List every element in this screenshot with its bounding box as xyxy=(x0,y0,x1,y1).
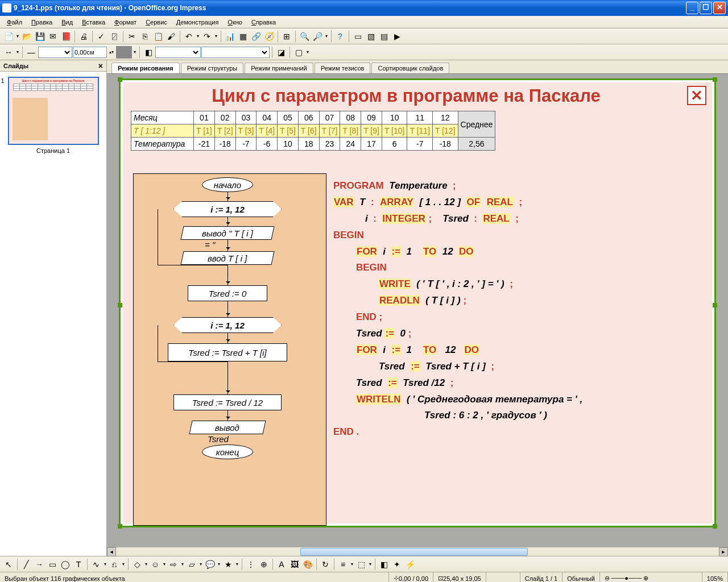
menu-slideshow[interactable]: Демонстрация xyxy=(172,18,224,27)
zoom-icon[interactable]: 🔍 xyxy=(298,30,311,43)
extrusion-icon[interactable]: ◧ xyxy=(378,558,390,571)
arrow-dd[interactable]: ▾ xyxy=(15,46,20,59)
tab-sorter[interactable]: Сортировщик слайдов xyxy=(371,63,449,73)
titlebar: 9_124-1.pps (только для чтения) - OpenOf… xyxy=(0,0,728,16)
menu-view[interactable]: Вид xyxy=(57,18,77,27)
save-icon[interactable]: 💾 xyxy=(34,30,46,43)
line-width-input[interactable] xyxy=(73,47,107,58)
menu-window[interactable]: Окно xyxy=(223,18,247,27)
fontwork-icon[interactable]: A xyxy=(275,558,288,571)
zoom-dd[interactable]: ▾ xyxy=(324,30,329,43)
open-icon[interactable]: 📂 xyxy=(20,30,33,43)
menu-file[interactable]: Файл xyxy=(2,18,27,27)
chart-icon[interactable]: 📊 xyxy=(224,30,236,43)
align-icon[interactable]: ≡ xyxy=(337,558,349,571)
layout-icon[interactable]: ▤ xyxy=(378,30,390,43)
stars-icon[interactable]: ★ xyxy=(222,558,234,571)
interaction-icon[interactable]: ⚡ xyxy=(404,558,416,571)
callout-icon[interactable]: 💬 xyxy=(204,558,216,571)
slides-panel-close-icon[interactable]: × xyxy=(98,61,103,70)
slide-thumbnail[interactable]: Цикл с параметром в программе на Паскале xyxy=(8,77,99,145)
symbol-icon[interactable]: ☺ xyxy=(149,558,162,571)
menu-edit[interactable]: Правка xyxy=(27,18,57,27)
presentation-icon[interactable]: ▶ xyxy=(391,30,403,43)
canvas-scroll[interactable]: Цикл с параметром в программе на Паскале… xyxy=(107,74,728,547)
minimize-button[interactable]: _ xyxy=(686,2,698,14)
layout-dd[interactable]: ▾ xyxy=(305,46,310,59)
fill-style-select[interactable] xyxy=(155,47,201,58)
line-width-spinner[interactable]: ▴▾ xyxy=(107,46,115,59)
horizontal-scrollbar[interactable]: ◄ ► xyxy=(107,547,728,556)
linecolor-dd[interactable]: ▾ xyxy=(133,46,137,59)
animation-icon[interactable]: ✦ xyxy=(391,558,403,571)
arrow-style-icon[interactable]: ↔ xyxy=(2,46,15,59)
line-icon[interactable]: ╱ xyxy=(20,558,32,571)
zoom-dropdown-icon[interactable]: 🔎 xyxy=(311,30,324,43)
slide-canvas[interactable]: Цикл с параметром в программе на Паскале… xyxy=(119,78,716,527)
table-icon[interactable]: ▦ xyxy=(237,30,249,43)
paste-icon[interactable]: 📋 xyxy=(152,30,164,43)
pdf-icon[interactable]: 📕 xyxy=(60,30,72,43)
scroll-right-icon[interactable]: ► xyxy=(719,547,728,556)
layout-btn-icon[interactable]: ▢ xyxy=(292,46,305,59)
spellcheck-icon[interactable]: ✓ xyxy=(95,30,107,43)
help-icon[interactable]: ? xyxy=(334,30,346,43)
redo-icon[interactable]: ↷ xyxy=(201,30,213,43)
text-icon[interactable]: T xyxy=(72,558,85,571)
shadow-icon[interactable]: ◪ xyxy=(275,46,287,59)
menu-format[interactable]: Формат xyxy=(110,18,141,27)
flow-start: начало xyxy=(202,177,253,192)
new-icon[interactable]: 📄 xyxy=(2,30,15,43)
shapes-icon[interactable]: ◇ xyxy=(131,558,143,571)
redo-dropdown[interactable]: ▾ xyxy=(214,30,218,43)
arrow-icon[interactable]: → xyxy=(33,558,46,571)
fill-color-select[interactable] xyxy=(201,47,270,58)
points-icon[interactable]: ⋮ xyxy=(245,558,257,571)
arrange-icon[interactable]: ⬚ xyxy=(355,558,367,571)
new-dropdown[interactable]: ▾ xyxy=(15,30,20,43)
status-zoom[interactable]: 105% xyxy=(702,572,728,582)
flowchart-icon[interactable]: ▱ xyxy=(185,558,198,571)
design-icon[interactable]: ▧ xyxy=(365,30,377,43)
fill-icon[interactable]: ◧ xyxy=(142,46,155,59)
grid-icon[interactable]: ⊞ xyxy=(280,30,293,43)
from-file-icon[interactable]: 🖼 xyxy=(288,558,301,571)
line-style-icon[interactable]: — xyxy=(25,46,38,59)
tab-drawing[interactable]: Режим рисования xyxy=(111,63,180,73)
autospell-icon[interactable]: ⍁ xyxy=(108,30,121,43)
copy-icon[interactable]: ⎘ xyxy=(139,30,151,43)
connector-icon[interactable]: ⎌ xyxy=(108,558,121,571)
undo-icon[interactable]: ↶ xyxy=(183,30,195,43)
cut-icon[interactable]: ✂ xyxy=(126,30,138,43)
line-color-icon[interactable] xyxy=(116,46,132,59)
menu-insert[interactable]: Вставка xyxy=(77,18,110,27)
status-zoom-slider[interactable]: ⊖ ───●─── ⊕ xyxy=(600,572,702,582)
ellipse-icon[interactable]: ◯ xyxy=(59,558,72,571)
maximize-button[interactable]: ☐ xyxy=(700,2,712,14)
hyperlink-icon[interactable]: 🔗 xyxy=(250,30,262,43)
brush-icon[interactable]: 🖌 xyxy=(165,30,177,43)
tab-handout[interactable]: Режим тезисов xyxy=(315,63,371,73)
gallery-icon[interactable]: 🎨 xyxy=(301,558,314,571)
tab-outline[interactable]: Режим структуры xyxy=(181,63,244,73)
slide-icon[interactable]: ▭ xyxy=(351,30,364,43)
status-layout: Обычный xyxy=(562,572,600,582)
rect-icon[interactable]: ▭ xyxy=(46,558,59,571)
close-slide-icon[interactable]: ✕ xyxy=(687,86,706,105)
select-icon[interactable]: ↖ xyxy=(2,558,15,571)
block-arrows-icon[interactable]: ⇨ xyxy=(167,558,180,571)
menu-help[interactable]: Справка xyxy=(247,18,280,27)
line-style-select[interactable] xyxy=(38,47,72,58)
scroll-thumb[interactable] xyxy=(300,548,528,556)
menu-tools[interactable]: Сервис xyxy=(141,18,172,27)
curve-icon[interactable]: ∿ xyxy=(90,558,102,571)
rotate-icon[interactable]: ↻ xyxy=(319,558,332,571)
glue-icon[interactable]: ⊕ xyxy=(258,558,270,571)
scroll-left-icon[interactable]: ◄ xyxy=(107,547,116,556)
tab-notes[interactable]: Режим примечаний xyxy=(245,63,313,73)
navigator-icon[interactable]: 🧭 xyxy=(263,30,275,43)
print-icon[interactable]: 🖨 xyxy=(77,30,90,43)
email-icon[interactable]: ✉ xyxy=(47,30,59,43)
close-button[interactable]: ✕ xyxy=(713,2,726,14)
undo-dropdown[interactable]: ▾ xyxy=(196,30,200,43)
